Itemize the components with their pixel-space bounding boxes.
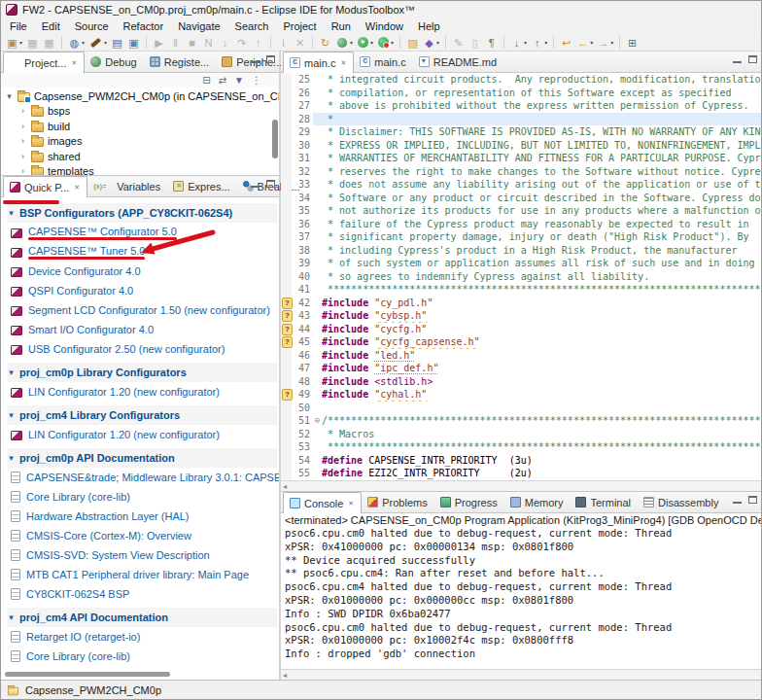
dropdown-arrow-icon[interactable]: ▾ [590,39,593,46]
collapse-arrow-icon[interactable]: ▾ [7,368,16,377]
open-resource-button[interactable]: ▨ [405,35,420,51]
code-line-55[interactable]: 55#define EZI2C_INTR_PRIORITY (2u) [281,467,761,480]
dropdown-arrow-icon[interactable]: ▾ [82,39,85,46]
profile-button[interactable]: ▾ [376,35,395,51]
code-line-34[interactable]: 34 * Software or any product or circuit … [281,192,761,205]
code-line-54[interactable]: 54#define CAPSENSE_INTR_PRIORITY (3u) [281,454,761,468]
menu-refactor[interactable]: Refactor [123,20,164,32]
build-button[interactable]: ▾ [87,35,108,51]
explorer-tab-debug[interactable]: Debug [85,52,143,72]
tree-root-item[interactable]: ▾Capsense_PWM2CH_CM0p (in CAPSENSE_on_CM… [5,88,279,104]
minimize-button[interactable] [733,55,742,63]
open-terminal-button[interactable]: ▣ [126,35,141,51]
console-tab-memory[interactable]: Memory [504,492,571,512]
code-line-31[interactable]: 31 * WARRANTIES OF MERCHANTABILITY AND F… [281,152,761,165]
code-line-52[interactable]: 52 * Macros [281,428,761,441]
code-line-45[interactable]: 45#include "cycfg_capsense.h" [281,335,761,349]
maximize-button[interactable] [748,496,757,504]
tree-item-shared[interactable]: ›shared [5,149,279,164]
maximize-button[interactable] [266,55,275,63]
quick-panel-item-cy8ckit-062s4-bsp[interactable]: CY8CKIT-062S4 BSP [7,584,279,604]
console-output[interactable]: psoc6.cpu.cm0 halted due to debug-reques… [281,527,761,669]
back-button[interactable]: ←▾ [575,35,594,51]
build-all-button[interactable]: ▤ [110,35,124,51]
code-line-28[interactable]: 28 * [281,113,761,126]
editor-hscrollbar[interactable]: ◂ [281,480,761,491]
quick-panel-item-capsense-trade-middleware-library-3-0-1-capsens[interactable]: CAPSENSE&trade; Middleware Library 3.0.1… [7,468,279,487]
code-line-33[interactable]: 33 * does not assume any liability arisi… [281,178,761,192]
last-edit-location-button[interactable]: ↩ [559,35,573,51]
dropdown-arrow-icon[interactable]: ▾ [524,39,527,46]
dropdown-arrow-icon[interactable]: ▾ [391,39,394,46]
quick-panel-item-lin-configurator-1-20-new-configurator[interactable]: LIN Configurator 1.20 (new configurator) [7,382,279,402]
run-button[interactable]: ▾ [356,35,374,51]
menu-search[interactable]: Search [235,20,269,32]
maximize-button[interactable] [266,180,275,188]
code-line-37[interactable]: 37 * significant property damage, injury… [281,230,761,244]
console-hscrollbar[interactable]: ◂ [281,669,761,680]
dropdown-arrow-icon[interactable]: ▾ [610,39,613,46]
code-line-32[interactable]: 32 * reserves the right to make changes … [281,165,761,179]
explorer-scrollbar[interactable] [272,120,278,158]
minimize-button[interactable] [251,55,260,63]
code-line-46[interactable]: 46#include "led.h" [281,349,761,363]
dropdown-arrow-icon[interactable]: ▾ [19,39,22,46]
close-icon[interactable]: ✕ [340,59,346,67]
dropdown-arrow-icon[interactable]: ▾ [104,39,107,46]
collapse-arrow-icon[interactable]: ▾ [7,612,16,622]
code-line-47[interactable]: 47#include "ipc_def.h" [281,362,761,375]
explorer-tab-registe[interactable]: Registe... [144,52,216,72]
quick-tab-quick-p[interactable]: Quick P...✕ [3,176,87,197]
refresh-button[interactable]: ↻ [318,35,332,51]
quick-panel-item-lin-configurator-1-20-new-configurator[interactable]: LIN Configurator 1.20 (new configurator) [7,425,279,444]
collapse-all-icon[interactable]: ⊟ [202,75,210,87]
maximize-button[interactable] [748,55,757,63]
menu-navigate[interactable]: Navigate [178,20,220,32]
debug-button[interactable]: ▾ [334,35,354,51]
open-web-browser-button[interactable]: ◍▾ [67,35,86,51]
quick-panel-item-qspi-configurator-4-0[interactable]: QSPI Configurator 4.0 [7,281,279,300]
close-icon[interactable]: ✕ [71,59,77,67]
code-line-27[interactable]: 27 * above is prohibited without the exp… [281,99,761,113]
code-line-53[interactable]: 53 *************************************… [281,440,761,454]
view-menu-icon[interactable]: ⋮ [252,75,261,87]
scroll-left-arrow-icon[interactable]: ◂ [283,482,287,491]
menu-run[interactable]: Run [331,20,351,32]
launch-tools-button[interactable]: ◆▾ [422,35,440,51]
collapse-arrow-icon[interactable]: › [18,166,27,175]
quick-panel-item-core-library-core-lib[interactable]: Core Library (core-lib) [7,647,279,666]
code-area[interactable]: 25 * integrated circuit products. Any re… [281,73,761,480]
collapse-arrow-icon[interactable]: › [18,122,27,131]
console-tab-disassembly[interactable]: Disassembly [638,492,725,512]
dropdown-arrow-icon[interactable]: ▾ [544,39,547,46]
code-line-50[interactable]: 50 [281,402,761,415]
fold-collapse-icon[interactable]: ⊖ [313,414,322,428]
code-line-29[interactable]: 29 * Disclaimer: THIS SOFTWARE IS PROVID… [281,125,761,139]
code-line-43[interactable]: 43#include "cybsp.h" [281,309,761,323]
menu-source[interactable]: Source [75,20,109,32]
quick-panel-hscrollbar[interactable] [5,672,170,677]
filter-icon[interactable]: ▼ [234,75,244,87]
quick-panel-item-retarget-io-retarget-io[interactable]: Retarget IO (retarget-io) [7,627,279,647]
close-icon[interactable]: ✕ [348,500,354,508]
quick-panel-item-smart-i-o-configurator-4-0[interactable]: Smart I/O Configurator 4.0 [7,320,279,339]
next-annotation-button[interactable]: ↓▾ [509,35,528,51]
menu-window[interactable]: Window [365,20,403,32]
quick-panel-item-segment-lcd-configurator-1-50-new-configurator[interactable]: Segment LCD Configurator 1.50 (new confi… [7,300,279,320]
code-line-26[interactable]: 26 * compilation, or representation of t… [281,87,761,100]
quick-panel-item-hardware-abstraction-layer-hal[interactable]: Hardware Abstraction Layer (HAL) [7,507,279,526]
show-whitespace-button[interactable]: ¶ [484,35,499,51]
collapse-arrow-icon[interactable]: › [18,136,27,146]
tree-item-build[interactable]: ›build [5,119,279,134]
code-line-41[interactable]: 41 *************************************… [281,283,761,297]
editor-tab-readme-md[interactable]: README.md [413,52,503,72]
menu-file[interactable]: File [10,20,27,32]
editor-tab-main-c[interactable]: main.c [354,52,412,72]
menu-help[interactable]: Help [418,20,440,32]
quick-panel-item-cmsis-core-cortex-m-overview[interactable]: CMSIS-Core (Cortex-M): Overview [7,526,279,545]
console-tab-console[interactable]: Console✕ [283,492,362,513]
collapse-arrow-icon[interactable]: ▾ [7,208,16,218]
code-line-48[interactable]: 48#include <stdlib.h> [281,375,761,389]
minimize-button[interactable] [733,496,742,504]
quick-tab-expres[interactable]: Expres... [167,176,236,196]
